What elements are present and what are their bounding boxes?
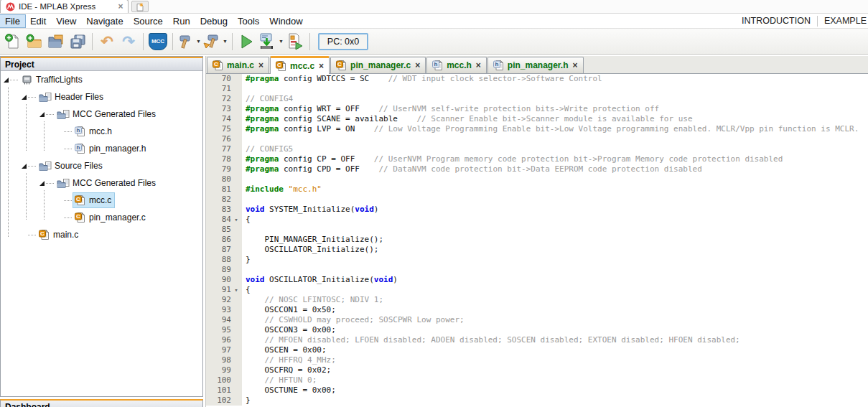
- tree-guide-line: [8, 87, 9, 237]
- tree-item-pin-manager-h[interactable]: hpin_manager.h: [1, 140, 202, 157]
- line-number: 99: [206, 365, 231, 375]
- menu-debug[interactable]: Debug: [195, 15, 233, 27]
- make-and-program-device-button[interactable]: ▼: [258, 32, 284, 52]
- line-number-gutter[interactable]: 75: [206, 124, 242, 134]
- dashboard-panel-header[interactable]: Dashboard: [0, 399, 203, 407]
- browser-tab-close-icon[interactable]: ×: [118, 1, 123, 11]
- line-number-gutter[interactable]: 101: [206, 385, 242, 396]
- menu-run[interactable]: Run: [168, 15, 195, 27]
- line-number-gutter[interactable]: 102: [206, 396, 242, 406]
- open-project-button[interactable]: [46, 32, 66, 52]
- expand-handle-icon[interactable]: [4, 78, 9, 83]
- tree-item-mcc-c[interactable]: Cmcc.c: [1, 192, 202, 209]
- line-number-gutter[interactable]: 84▾: [206, 215, 242, 225]
- line-number-gutter[interactable]: 93: [206, 305, 242, 315]
- project-panel-header[interactable]: Project: [1, 57, 202, 71]
- new-file-button[interactable]: [3, 32, 23, 52]
- editor-tab-main-c[interactable]: Cmain.c×: [207, 57, 269, 73]
- tree-item-mcc-generated-files[interactable]: MCC Generated Files: [1, 174, 202, 192]
- tab-close-icon[interactable]: ×: [258, 60, 263, 70]
- line-number-gutter[interactable]: 87: [206, 245, 242, 255]
- line-number-gutter[interactable]: 99: [206, 365, 242, 375]
- code-fold-icon[interactable]: ▾: [231, 285, 241, 295]
- line-number-gutter[interactable]: 77: [206, 144, 242, 154]
- line-number-gutter[interactable]: 70: [206, 74, 242, 84]
- menu-edit[interactable]: Edit: [25, 15, 51, 27]
- tree-item-pin-manager-c[interactable]: Cpin_manager.c: [1, 209, 202, 226]
- code-line: 76: [206, 134, 868, 144]
- line-number-gutter[interactable]: 97: [206, 345, 242, 355]
- build-project-button[interactable]: ▼: [177, 32, 201, 52]
- tree-item-mcc-generated-files[interactable]: MCC Generated Files: [1, 106, 202, 123]
- line-number-gutter[interactable]: 95: [206, 325, 242, 335]
- run-project-button[interactable]: [237, 32, 257, 52]
- redo-button[interactable]: ↷: [118, 32, 139, 52]
- menu-view[interactable]: View: [51, 15, 81, 27]
- tree-item-source-files[interactable]: Source Files: [1, 157, 202, 174]
- tab-close-icon[interactable]: ×: [476, 60, 481, 70]
- line-number-gutter[interactable]: 98: [206, 355, 242, 365]
- line-number-gutter[interactable]: 94: [206, 315, 242, 325]
- menu-source[interactable]: Source: [129, 15, 168, 27]
- expand-handle-icon[interactable]: [39, 112, 45, 117]
- tab-close-icon[interactable]: ×: [415, 60, 420, 70]
- line-number-gutter[interactable]: 80: [206, 174, 242, 184]
- editor-tab-mcc-c[interactable]: Cmcc.c×: [270, 56, 330, 74]
- menu-tools[interactable]: Tools: [233, 15, 264, 27]
- editor-tab-mcc-h[interactable]: hmcc.h×: [426, 57, 487, 73]
- line-number-gutter[interactable]: 71: [206, 84, 242, 94]
- mcc-button[interactable]: MCC: [148, 32, 168, 52]
- browser-tab[interactable]: IDE - MPLAB Xpress ×: [0, 0, 129, 13]
- line-number-gutter[interactable]: 92: [206, 295, 242, 305]
- code-text: #pragma config CPD = OFF // DataNVM code…: [242, 164, 702, 174]
- tree-item-main-c[interactable]: Cmain.c: [1, 226, 202, 243]
- tree-item-mcc-h[interactable]: hmcc.h: [1, 123, 202, 140]
- line-number-gutter[interactable]: 82: [206, 195, 242, 205]
- debug-tool-button[interactable]: [285, 32, 305, 52]
- header-links-divider: [817, 16, 818, 27]
- line-number-gutter[interactable]: 88: [206, 255, 242, 265]
- undo-button[interactable]: ↶: [97, 32, 117, 52]
- line-number-gutter[interactable]: 78: [206, 154, 242, 164]
- editor-tab-pin-manager-h[interactable]: hpin_manager.h×: [487, 57, 584, 73]
- code-fold-icon[interactable]: ▾: [231, 215, 241, 225]
- line-number-gutter[interactable]: 72: [206, 94, 242, 104]
- new-tab-button[interactable]: [131, 1, 149, 12]
- code-editor[interactable]: 70#pragma config WDTCCS = SC // WDT inpu…: [206, 74, 868, 407]
- new-project-button[interactable]: [24, 32, 45, 52]
- line-number-gutter[interactable]: 76: [206, 134, 242, 144]
- tree-item-trafficlights[interactable]: TrafficLights: [1, 71, 202, 88]
- expand-handle-icon[interactable]: [22, 164, 27, 169]
- line-number-gutter[interactable]: 85: [206, 225, 242, 235]
- menu-navigate[interactable]: Navigate: [81, 15, 128, 27]
- line-number-gutter[interactable]: 73: [206, 104, 242, 114]
- editor-tab-pin-manager-c[interactable]: Cpin_manager.c×: [330, 57, 426, 73]
- tab-close-icon[interactable]: ×: [573, 60, 578, 70]
- tab-close-icon[interactable]: ×: [319, 61, 324, 71]
- tree-connector: [64, 200, 72, 201]
- line-number-gutter[interactable]: 79: [206, 164, 242, 174]
- link-introduction[interactable]: INTRODUCTION: [742, 16, 811, 26]
- expand-handle-icon[interactable]: [39, 181, 45, 186]
- line-number-gutter[interactable]: 91▾: [206, 285, 242, 295]
- code-text: }: [242, 255, 251, 265]
- code-text: // NOSC LFINTOSC; NDIV 1;: [242, 295, 383, 305]
- line-number-gutter[interactable]: 83: [206, 205, 242, 215]
- line-number-gutter[interactable]: 100: [206, 375, 242, 385]
- line-number-gutter[interactable]: 86: [206, 235, 242, 245]
- line-number-gutter[interactable]: 96: [206, 335, 242, 345]
- line-number-gutter[interactable]: 90: [206, 275, 242, 285]
- clean-and-build-button[interactable]: ▼: [202, 32, 228, 52]
- code-text: #include "mcc.h": [242, 184, 322, 195]
- expand-handle-icon[interactable]: [22, 95, 27, 100]
- tree-item-header-files[interactable]: Header Files: [1, 88, 202, 106]
- code-line: 72// CONFIG4: [206, 94, 868, 104]
- toolbar-separator: [309, 33, 310, 50]
- line-number-gutter[interactable]: 81: [206, 184, 242, 195]
- menu-file[interactable]: File: [0, 15, 25, 27]
- line-number-gutter[interactable]: 89: [206, 265, 242, 275]
- link-example[interactable]: EXAMPLE: [824, 16, 867, 26]
- menu-window[interactable]: Window: [264, 15, 307, 27]
- save-all-button[interactable]: [67, 32, 88, 52]
- line-number-gutter[interactable]: 74: [206, 114, 242, 124]
